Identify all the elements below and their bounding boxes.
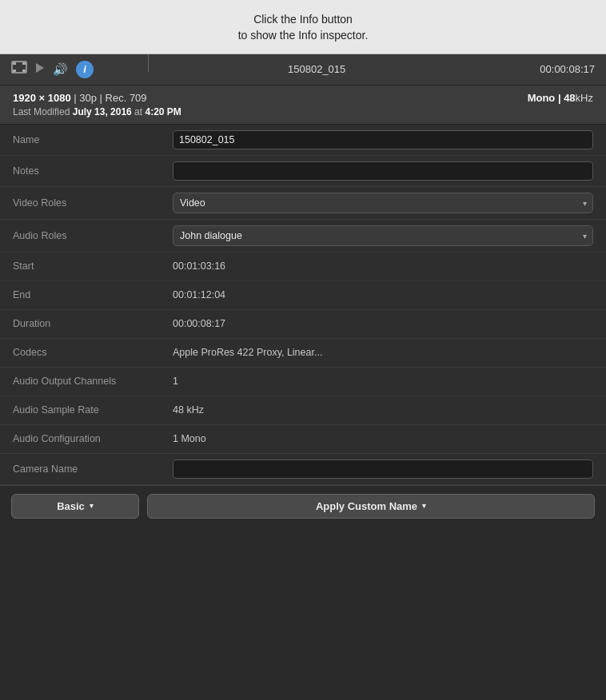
bottom-bar: Basic ▾ Apply Custom Name ▾ — [0, 485, 606, 527]
audio-output-label: Audio Output Channels — [13, 376, 173, 387]
duration-label: Duration — [13, 318, 173, 329]
svg-rect-1 — [13, 62, 16, 65]
audio-roles-row: Audio Roles John dialogue Dialogue Music… — [0, 220, 606, 253]
codecs-value: Apple ProRes 422 Proxy, Linear... — [173, 347, 593, 358]
meta-bar: 1920 × 1080 | 30p | Rec. 709 Mono | 48kH… — [0, 86, 606, 125]
basic-button[interactable]: Basic ▾ — [11, 494, 139, 519]
end-row: End 00:01:12:04 — [0, 281, 606, 310]
video-roles-row: Video Roles Video Titles B-Roll ▾ — [0, 187, 606, 220]
camera-name-input[interactable] — [173, 459, 593, 479]
tooltip-banner: Click the Info button to show the Info i… — [0, 0, 606, 54]
audio-output-row: Audio Output Channels 1 — [0, 368, 606, 396]
toolbar-icons: 🔊 i — [11, 61, 94, 78]
audio-config-row: Audio Configuration 1 Mono — [0, 425, 606, 454]
meta-resolution-row: 1920 × 1080 | 30p | Rec. 709 Mono | 48kH… — [13, 92, 593, 104]
video-roles-select[interactable]: Video Titles B-Roll — [173, 193, 593, 213]
codecs-row: Codecs Apple ProRes 422 Proxy, Linear... — [0, 339, 606, 368]
svg-marker-5 — [36, 63, 44, 73]
meta-modified-row: Last Modified July 13, 2016 at 4:20 PM — [13, 106, 593, 117]
duration-value: 00:00:08:17 — [173, 318, 593, 329]
notes-label: Notes — [13, 165, 173, 177]
info-button[interactable]: i — [76, 61, 94, 78]
start-row: Start 00:01:03:16 — [0, 253, 606, 281]
camera-name-label: Camera Name — [13, 463, 173, 475]
end-value: 00:01:12:04 — [173, 289, 593, 300]
name-label: Name — [13, 134, 173, 145]
info-panel: Name Notes Video Roles Video Titles B-Ro… — [0, 125, 606, 485]
svg-rect-2 — [13, 70, 16, 72]
svg-rect-3 — [22, 62, 26, 65]
toolbar-timecode: 00:00:08:17 — [540, 63, 595, 75]
video-roles-select-wrapper: Video Titles B-Roll ▾ — [173, 193, 593, 213]
audio-roles-select[interactable]: John dialogue Dialogue Music Effects — [173, 225, 593, 246]
camera-name-row: Camera Name — [0, 454, 606, 485]
tooltip-line1: Click the Info button — [64, 11, 542, 27]
audio-sample-row: Audio Sample Rate 48 kHz — [0, 396, 606, 425]
basic-label: Basic — [57, 500, 85, 512]
end-label: End — [13, 289, 173, 300]
audio-sample-label: Audio Sample Rate — [13, 404, 173, 416]
notes-row: Notes — [0, 156, 606, 187]
toolbar-filename: 150802_015 — [103, 63, 530, 75]
apply-chevron-icon: ▾ — [422, 502, 426, 510]
audio-sample-value: 48 kHz — [173, 404, 593, 416]
toolbar: 🔊 i 150802_015 00:00:08:17 — [0, 54, 606, 86]
name-row: Name — [0, 125, 606, 156]
video-roles-label: Video Roles — [13, 197, 173, 209]
audio-config-value: 1 Mono — [173, 433, 593, 444]
start-label: Start — [13, 261, 173, 272]
svg-rect-4 — [22, 70, 26, 72]
tooltip-line2: to show the Info inspector. — [64, 27, 542, 43]
notes-input[interactable] — [173, 161, 593, 181]
basic-chevron-icon: ▾ — [90, 502, 94, 510]
name-input[interactable] — [173, 130, 593, 149]
flag-icon[interactable] — [35, 62, 45, 77]
speaker-icon[interactable]: 🔊 — [53, 62, 68, 77]
film-icon[interactable] — [11, 61, 27, 78]
audio-roles-select-wrapper: John dialogue Dialogue Music Effects ▾ — [173, 225, 593, 246]
audio-roles-label: Audio Roles — [13, 230, 173, 241]
start-value: 00:01:03:16 — [173, 261, 593, 272]
codecs-label: Codecs — [13, 347, 173, 358]
apply-custom-name-label: Apply Custom Name — [316, 500, 417, 512]
duration-row: Duration 00:00:08:17 — [0, 310, 606, 339]
meta-audio: Mono | 48kHz — [528, 92, 593, 104]
audio-output-value: 1 — [173, 376, 593, 387]
meta-resolution: 1920 × 1080 — [13, 92, 71, 104]
audio-config-label: Audio Configuration — [13, 433, 173, 444]
meta-spec: | 30p | Rec. 709 — [71, 92, 147, 104]
apply-custom-name-button[interactable]: Apply Custom Name ▾ — [147, 494, 595, 519]
